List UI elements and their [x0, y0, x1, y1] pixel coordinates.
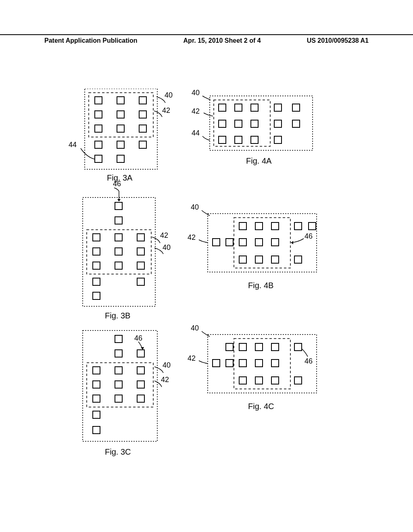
- svg-rect-41: [137, 248, 144, 255]
- ref-42-4b: 42: [188, 233, 196, 241]
- svg-rect-15: [117, 155, 124, 162]
- svg-rect-52: [271, 222, 279, 230]
- svg-rect-20: [251, 104, 258, 111]
- svg-rect-36: [93, 234, 100, 241]
- svg-rect-92: [239, 377, 246, 384]
- ref-40-3b: 40: [163, 243, 171, 251]
- svg-rect-25: [251, 120, 258, 127]
- header-right: US 2010/0095238 A1: [307, 37, 369, 44]
- ref-42-3c: 42: [161, 376, 169, 384]
- svg-rect-82: [226, 343, 233, 351]
- ref-46-3c: 46: [134, 334, 142, 342]
- svg-rect-14: [95, 155, 102, 162]
- svg-rect-88: [226, 360, 233, 367]
- svg-rect-24: [235, 120, 242, 127]
- svg-rect-38: [137, 234, 144, 241]
- svg-rect-40: [115, 248, 122, 255]
- svg-rect-58: [255, 239, 263, 246]
- svg-rect-69: [93, 367, 100, 374]
- ref-40: 40: [165, 91, 173, 99]
- ref-42-4a: 42: [192, 107, 200, 115]
- svg-rect-89: [239, 360, 246, 367]
- svg-rect-22: [292, 104, 300, 111]
- svg-rect-35: [115, 217, 122, 224]
- fig-label-4b: Fig. 4B: [248, 281, 273, 290]
- svg-rect-50: [239, 222, 246, 230]
- svg-rect-42: [93, 262, 100, 269]
- svg-rect-46: [137, 278, 144, 285]
- svg-rect-39: [93, 248, 100, 255]
- svg-rect-95: [294, 377, 302, 384]
- svg-rect-28: [219, 136, 226, 143]
- svg-rect-84: [255, 343, 263, 351]
- svg-rect-76: [115, 395, 122, 402]
- svg-rect-11: [95, 141, 102, 148]
- svg-rect-73: [115, 381, 122, 388]
- svg-rect-8: [95, 125, 102, 132]
- svg-rect-30: [251, 136, 258, 143]
- fig-3b: 46 42 40 Fig. 3B: [83, 180, 171, 320]
- ref-44: 44: [69, 141, 77, 149]
- svg-rect-55: [213, 239, 220, 246]
- ref-46-3b: 46: [113, 180, 121, 188]
- svg-rect-12: [117, 141, 124, 148]
- ref-44-4a: 44: [192, 129, 200, 137]
- svg-rect-66: [115, 335, 122, 343]
- svg-rect-74: [137, 381, 144, 388]
- fig-4c: 40 42 46 Fig. 4C: [188, 324, 317, 411]
- svg-rect-63: [294, 256, 302, 263]
- ref-46-4b: 46: [305, 232, 313, 240]
- svg-rect-43: [115, 262, 122, 269]
- header-rule: Patent Application Publication Apr. 15, …: [0, 34, 413, 44]
- header-left: Patent Application Publication: [44, 37, 138, 44]
- svg-rect-18: [219, 104, 226, 111]
- svg-rect-60: [239, 256, 246, 263]
- svg-rect-86: [294, 343, 302, 351]
- svg-rect-21: [274, 104, 282, 111]
- svg-rect-29: [235, 136, 242, 143]
- svg-rect-54: [309, 222, 316, 230]
- svg-rect-78: [93, 411, 100, 418]
- svg-rect-93: [255, 377, 263, 384]
- svg-rect-23: [219, 120, 226, 127]
- svg-rect-62: [271, 256, 279, 263]
- svg-rect-26: [274, 120, 282, 127]
- svg-rect-57: [239, 239, 246, 246]
- fig-label-4a: Fig. 4A: [246, 156, 272, 165]
- svg-rect-5: [95, 111, 102, 118]
- svg-rect-19: [235, 104, 242, 111]
- fig-label-4c: Fig. 4C: [248, 402, 274, 411]
- svg-rect-75: [93, 395, 100, 402]
- ref-42-3b: 42: [160, 231, 168, 239]
- svg-rect-94: [271, 377, 279, 384]
- svg-rect-91: [271, 360, 279, 367]
- header-center: Apr. 15, 2010 Sheet 2 of 4: [184, 37, 261, 44]
- svg-rect-71: [137, 367, 144, 374]
- svg-rect-2: [95, 97, 102, 104]
- svg-rect-68: [137, 350, 144, 357]
- svg-rect-27: [292, 120, 300, 127]
- fig-4a: 40 42 44 Fig. 4A: [192, 89, 313, 165]
- svg-rect-59: [271, 239, 279, 246]
- ref-40-3c: 40: [163, 361, 171, 369]
- svg-rect-9: [117, 125, 124, 132]
- svg-rect-34: [115, 202, 122, 210]
- ref-42: 42: [162, 106, 170, 114]
- fig-4b: 40 42 46 Fig. 4B: [188, 203, 317, 290]
- svg-rect-3: [117, 97, 124, 104]
- ref-40-4b: 40: [191, 203, 199, 211]
- ref-46-4c: 46: [305, 357, 313, 365]
- svg-rect-87: [213, 360, 220, 367]
- fig-3c: 46 40 42 Fig. 3C: [83, 330, 171, 456]
- fig-3a: 40 42 44 Fig. 3A: [69, 89, 173, 182]
- svg-rect-7: [139, 111, 146, 118]
- svg-rect-6: [117, 111, 124, 118]
- svg-rect-47: [93, 292, 100, 299]
- ref-40-4a: 40: [192, 89, 200, 97]
- svg-rect-67: [115, 350, 122, 357]
- svg-rect-72: [93, 381, 100, 388]
- fig-label-3c: Fig. 3C: [105, 447, 131, 456]
- diagram-area: 40 42 44 Fig. 3A 40 42: [60, 89, 343, 451]
- svg-rect-83: [239, 343, 246, 351]
- svg-rect-53: [294, 222, 302, 230]
